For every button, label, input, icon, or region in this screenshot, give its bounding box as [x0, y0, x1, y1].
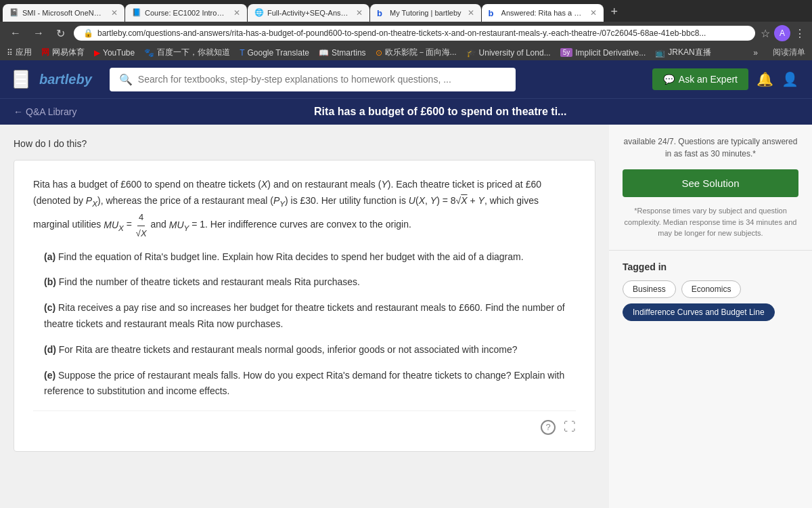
- see-solution-button[interactable]: See Solution: [623, 169, 798, 197]
- tab-label: My Tutoring | bartleby: [390, 9, 461, 17]
- main-area: How do I do this? Rita has a budget of £…: [0, 125, 812, 508]
- tab-fullactivity[interactable]: 🌐 Full-Activity+SEQ-Answers-20... ✕: [248, 4, 369, 22]
- tab-icon: 🌐: [254, 8, 264, 18]
- help-icon-button[interactable]: ?: [541, 419, 556, 435]
- part-d: (d) For Rita are theatre tickets and res…: [33, 342, 576, 358]
- part-e: (e) Suppose the price of restaurant meal…: [33, 368, 576, 400]
- tab-label: Answered: Rita has a budget o...: [501, 9, 584, 17]
- course-icon: 📘: [132, 8, 141, 18]
- tab-bar: 📓 SMI - Microsoft OneNote Onlin... ✕ 📘 C…: [0, 0, 812, 22]
- bell-button[interactable]: 🔔: [757, 71, 773, 87]
- bookmark-univ-london[interactable]: 🎓 University of Lond...: [466, 48, 551, 58]
- tab-onenote[interactable]: 📓 SMI - Microsoft OneNote Onlin... ✕: [3, 4, 125, 22]
- tag-business[interactable]: Business: [623, 280, 676, 298]
- bookmark-label: 欧乐影院－面向海...: [385, 47, 457, 58]
- message-icon: 💬: [663, 74, 675, 85]
- browser-chrome: 📓 SMI - Microsoft OneNote Onlin... ✕ 📘 C…: [0, 0, 812, 60]
- bookmark-label: 应用: [16, 47, 32, 58]
- response-note: *Response times vary by subject and ques…: [623, 205, 798, 239]
- bookmarks-bar: ⠿ 应用 网 网易体育 ▶ YouTube 🐾 百度一下，你就知道 T Goog…: [0, 45, 812, 60]
- stmartins-icon: 📖: [319, 48, 329, 58]
- forward-button[interactable]: →: [30, 26, 47, 41]
- top-nav: ☰ bartleby 🔍 💬 Ask an Expert 🔔 👤: [0, 60, 812, 98]
- refresh-button[interactable]: ↻: [53, 26, 68, 41]
- bookmark-jrkan[interactable]: 📺 JRKAN直播: [655, 47, 710, 58]
- library-link[interactable]: Q&A Library: [26, 106, 76, 117]
- back-to-library[interactable]: ← Q&A Library: [14, 106, 76, 117]
- bookmark-label: Stmartins: [332, 48, 366, 58]
- translate-icon: T: [240, 48, 244, 58]
- univ-icon: 🎓: [466, 48, 476, 58]
- nav-right: 💬 Ask an Expert 🔔 👤: [652, 68, 798, 90]
- url-text: bartleby.com/questions-and-answers/rita-…: [97, 28, 746, 38]
- lock-icon: 🔒: [83, 28, 93, 38]
- bookmark-stmartins[interactable]: 📖 Stmartins: [319, 48, 366, 58]
- new-tab-button[interactable]: +: [604, 5, 625, 22]
- ask-expert-button[interactable]: 💬 Ask an Expert: [652, 68, 748, 90]
- back-button[interactable]: ←: [7, 26, 24, 41]
- tab-label: Full-Activity+SEQ-Answers-20...: [267, 9, 350, 17]
- bookmark-label: Implicit Derivative...: [575, 48, 646, 58]
- search-input[interactable]: [138, 74, 506, 85]
- bookmark-label: YouTube: [103, 48, 135, 58]
- tab-close-btn[interactable]: ✕: [356, 8, 363, 18]
- part-b: (b) Find the number of theatre tickets a…: [33, 274, 576, 291]
- question-parts: (a) Find the equation of Rita's budget l…: [33, 249, 576, 400]
- tab-close-btn[interactable]: ✕: [590, 8, 597, 18]
- logo: bartleby: [39, 72, 92, 87]
- tab-course[interactable]: 📘 Course: EC1002 Introduction t... ✕: [125, 4, 247, 22]
- bookmark-star-button[interactable]: ☆: [761, 27, 770, 40]
- user-button[interactable]: 👤: [782, 71, 798, 87]
- profile-button[interactable]: A: [774, 25, 790, 41]
- address-bar[interactable]: 🔒 bartleby.com/questions-and-answers/rit…: [74, 26, 755, 41]
- address-bar-row: ← → ↻ 🔒 bartleby.com/questions-and-answe…: [0, 22, 812, 45]
- breadcrumb-title: Rita has a budget of £600 to spend on th…: [82, 106, 798, 118]
- tab-close-btn[interactable]: ✕: [111, 8, 118, 18]
- breadcrumb-bar: ← Q&A Library Rita has a budget of £600 …: [0, 98, 812, 125]
- bartleby-icon-active: b: [489, 8, 498, 18]
- tag-indifference[interactable]: Indifference Curves and Budget Line: [623, 303, 775, 321]
- availability-note: available 24/7. Questions are typically …: [623, 135, 798, 160]
- tab-close-btn[interactable]: ✕: [233, 8, 240, 18]
- question-box: Rita has a budget of £600 to spend on th…: [14, 160, 595, 452]
- question-footer: ? ⛶: [33, 410, 576, 435]
- ask-expert-label: Ask an Expert: [679, 74, 738, 85]
- bartleby-icon: b: [377, 8, 386, 18]
- question-body: Rita has a budget of £600 to spend on th…: [33, 177, 576, 241]
- part-c: (c) Rita receives a pay rise and so incr…: [33, 300, 576, 333]
- tab-label: Course: EC1002 Introduction t...: [145, 9, 227, 17]
- bookmark-baidu[interactable]: 🐾 百度一下，你就知道: [144, 47, 230, 58]
- search-bar[interactable]: 🔍: [110, 68, 516, 91]
- bookmark-label: 百度一下，你就知道: [157, 47, 230, 58]
- expand-button[interactable]: ⛶: [564, 420, 576, 434]
- bookmark-label: University of Lond...: [479, 48, 551, 58]
- baidu-icon: 🐾: [144, 48, 154, 58]
- bookmark-wangyi[interactable]: 网 网易体育: [41, 47, 85, 58]
- tab-label: SMI - Microsoft OneNote Onlin...: [22, 9, 105, 17]
- search-icon: 🔍: [119, 73, 133, 86]
- reading-list[interactable]: 阅读清单: [773, 47, 805, 58]
- bookmark-apps[interactable]: ⠿ 应用: [7, 47, 32, 58]
- tab-answered[interactable]: b Answered: Rita has a budget o... ✕: [482, 4, 604, 22]
- tab-mytutoring[interactable]: b My Tutoring | bartleby ✕: [370, 4, 481, 22]
- tag-economics[interactable]: Economics: [681, 280, 742, 298]
- sidebar-top: available 24/7. Questions are typically …: [609, 125, 812, 250]
- tagged-in-section: Tagged in Business Economics Indifferenc…: [609, 251, 812, 332]
- bookmark-translate[interactable]: T Google Translate: [240, 48, 309, 58]
- content-area: How do I do this? Rita has a budget of £…: [0, 125, 609, 508]
- right-sidebar: available 24/7. Questions are typically …: [609, 125, 812, 508]
- bookmark-oule[interactable]: ⊙ 欧乐影院－面向海...: [376, 47, 457, 58]
- jrkan-icon: 📺: [655, 48, 665, 58]
- bookmark-implicit[interactable]: 5y Implicit Derivative...: [560, 48, 646, 58]
- bookmark-youtube[interactable]: ▶ YouTube: [94, 48, 135, 58]
- menu-button[interactable]: ☰: [14, 70, 28, 89]
- more-options-button[interactable]: ⋮: [794, 27, 805, 40]
- help-circle-icon: ?: [541, 420, 556, 435]
- more-bookmarks[interactable]: »: [753, 48, 758, 58]
- bookmark-label: JRKAN直播: [668, 47, 710, 58]
- onenote-icon: 📓: [9, 8, 19, 18]
- logo-text: bartleby: [39, 72, 92, 87]
- expand-icon: ⛶: [564, 420, 576, 433]
- tab-close-btn[interactable]: ✕: [468, 8, 474, 18]
- implicit-icon: 5y: [560, 48, 573, 57]
